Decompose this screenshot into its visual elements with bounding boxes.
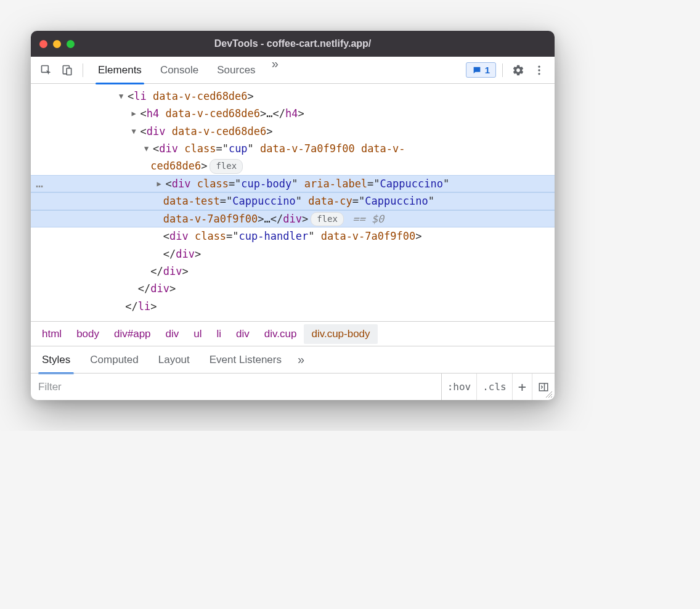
add-rule-button[interactable]: +: [512, 374, 532, 400]
window-title: DevTools - coffee-cart.netlify.app/: [31, 38, 555, 49]
console-ref: == $0: [352, 213, 384, 225]
dom-row[interactable]: </div>: [31, 280, 555, 297]
svg-point-5: [538, 73, 540, 75]
tab-event-listeners[interactable]: Event Listeners: [200, 346, 291, 374]
more-styles-tabs-icon[interactable]: »: [291, 353, 311, 367]
filter-input[interactable]: [31, 374, 441, 400]
titlebar: DevTools - coffee-cart.netlify.app/: [31, 31, 555, 57]
crumb-cup-body[interactable]: div.cup-body: [304, 324, 377, 344]
tab-sources[interactable]: Sources: [208, 57, 264, 84]
panel-tabs: Elements Console Sources »: [89, 57, 463, 84]
settings-icon[interactable]: [509, 61, 527, 80]
flex-badge[interactable]: flex: [311, 212, 344, 227]
styles-tabs: Styles Computed Layout Event Listeners »: [31, 346, 555, 373]
traffic-lights: [39, 40, 75, 48]
crumb-app[interactable]: div#app: [107, 324, 158, 344]
minimize-icon[interactable]: [53, 40, 61, 48]
dom-row-selected[interactable]: data-v-7a0f9f00>…</div>flex == $0: [31, 210, 555, 228]
tab-computed[interactable]: Computed: [80, 346, 148, 374]
dom-row[interactable]: <div class="cup-handler" data-v-7a0f9f00…: [31, 227, 555, 245]
dom-row[interactable]: <div data-v-ced68de6>: [31, 123, 555, 140]
device-toggle-icon[interactable]: [58, 61, 76, 80]
dom-row[interactable]: </div>: [31, 245, 555, 263]
issues-count: 1: [485, 65, 490, 75]
dom-row[interactable]: </div>: [31, 263, 555, 280]
dom-row-selected[interactable]: ⋯ <div class="cup-body" aria-label="Capp…: [31, 175, 555, 192]
breadcrumb: html body div#app div ul li div div.cup …: [31, 321, 555, 346]
crumb-ul[interactable]: ul: [186, 324, 209, 344]
divider: [83, 63, 83, 77]
tab-layout[interactable]: Layout: [149, 346, 200, 374]
devtools-window: DevTools - coffee-cart.netlify.app/ Elem…: [31, 31, 555, 400]
main-toolbar: Elements Console Sources » 1: [31, 57, 555, 84]
kebab-menu-icon[interactable]: [530, 61, 548, 80]
hov-button[interactable]: :hov: [441, 374, 477, 400]
styles-filter-bar: :hov .cls +: [31, 373, 555, 400]
crumb-cup[interactable]: div.cup: [257, 324, 304, 344]
svg-point-4: [538, 69, 540, 71]
maximize-icon[interactable]: [67, 40, 75, 48]
dom-row[interactable]: </li>: [31, 298, 555, 315]
crumb-html[interactable]: html: [35, 324, 69, 344]
dom-tree[interactable]: <li data-v-ced68de6> <h4 data-v-ced68de6…: [31, 84, 555, 321]
dom-row[interactable]: ced68de6>flex: [31, 157, 555, 175]
crumb-div2[interactable]: div: [229, 324, 257, 344]
close-icon[interactable]: [39, 40, 47, 48]
crumb-body[interactable]: body: [69, 324, 107, 344]
inspect-icon[interactable]: [37, 61, 55, 80]
flex-badge[interactable]: flex: [210, 159, 243, 174]
crumb-div[interactable]: div: [158, 324, 187, 344]
resize-handle-icon[interactable]: [546, 391, 552, 398]
tab-styles[interactable]: Styles: [32, 346, 80, 374]
svg-rect-6: [539, 383, 548, 391]
tab-console[interactable]: Console: [152, 57, 207, 84]
dom-row[interactable]: <div class="cup" data-v-7a0f9f00 data-v-: [31, 140, 555, 157]
more-tabs-icon[interactable]: »: [266, 57, 285, 84]
dom-row[interactable]: <h4 data-v-ced68de6>…</h4>: [31, 105, 555, 122]
divider: [502, 63, 503, 77]
svg-rect-2: [67, 68, 71, 75]
svg-point-3: [538, 65, 540, 67]
dom-row[interactable]: <li data-v-ced68de6>: [31, 88, 555, 105]
cls-button[interactable]: .cls: [476, 374, 512, 400]
tab-elements[interactable]: Elements: [89, 57, 150, 84]
issues-badge[interactable]: 1: [466, 62, 496, 78]
dom-row-selected[interactable]: data-test="Cappuccino" data-cy="Cappucci…: [31, 192, 555, 210]
crumb-li[interactable]: li: [210, 324, 229, 344]
